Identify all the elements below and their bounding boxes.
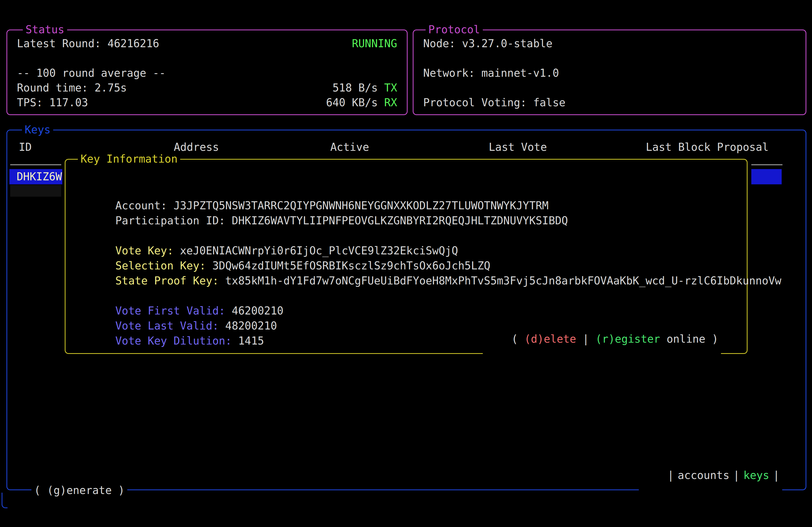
register-online-action[interactable]: (r)egister xyxy=(596,333,660,345)
column-header-active: Active xyxy=(330,139,369,154)
vote-key-dilution-label: Vote Key Dilution: xyxy=(115,335,232,347)
terminal-screen: { "status": { "title": "Status", "latest… xyxy=(0,0,812,527)
account-label: Account: xyxy=(115,199,167,212)
selection-key-label: Selection Key: xyxy=(115,259,206,272)
column-header-last-vote: Last Vote xyxy=(489,139,547,154)
tab-keys[interactable]: keys xyxy=(740,469,773,481)
actions-open-paren: ( xyxy=(511,333,518,345)
tab-divider: | xyxy=(668,469,674,481)
table-row-dimmed xyxy=(10,185,61,197)
protocol-voting-text: Protocol Voting: false xyxy=(423,95,566,110)
keys-panel-title: Keys xyxy=(22,122,53,137)
tab-divider: | xyxy=(773,469,780,481)
register-online-suffix: online xyxy=(666,333,706,345)
protocol-panel: Protocol Node: v3.27.0-stable Network: m… xyxy=(413,30,806,115)
table-row-selected[interactable]: DHKIZ6W xyxy=(10,169,62,184)
partial-border-artifact xyxy=(2,493,8,508)
vote-last-valid-value: 48200210 xyxy=(225,320,277,332)
vote-key-value: xeJ0ENIACWNrpYi0r6IjOc_PlcVCE9lZ32EkciSw… xyxy=(180,244,458,257)
status-panel: Status Latest Round: 46216216 RUNNING --… xyxy=(6,30,408,115)
tab-divider: | xyxy=(733,469,740,481)
tx-label: TX xyxy=(384,81,397,94)
tps-text: TPS: 117.03 xyxy=(17,95,88,110)
status-panel-content: Latest Round: 46216216 RUNNING -- 100 ro… xyxy=(7,30,407,110)
node-state-badge: RUNNING xyxy=(352,36,397,51)
delete-key-action[interactable]: (d)elete xyxy=(524,333,576,345)
vote-first-valid-label: Vote First Valid: xyxy=(115,304,225,317)
tab-accounts[interactable]: accounts xyxy=(674,469,733,481)
key-information-content: Account:J3JPZTQ5NSW3TARRC2QIYPGNWNH6NEYG… xyxy=(66,160,747,333)
key-actions-bar: ((d)elete|(r)egisteronline) xyxy=(483,316,721,361)
column-header-address: Address xyxy=(174,139,219,154)
column-header-id: ID xyxy=(19,139,32,154)
vote-last-valid-label: Vote Last Valid: xyxy=(115,320,219,332)
protocol-panel-content: Node: v3.27.0-stable Network: mainnet-v1… xyxy=(414,30,806,110)
round-average-header: -- 100 round average -- xyxy=(17,66,166,80)
vote-key-dilution-value: 1415 xyxy=(238,335,264,347)
rx-rate-group: 640 KB/sRX xyxy=(326,95,397,110)
node-version-text: Node: v3.27.0-stable xyxy=(423,36,553,51)
rx-rate-value: 640 KB/s xyxy=(326,96,378,109)
column-header-last-block-proposal: Last Block Proposal xyxy=(646,139,769,154)
state-proof-key-label: State Proof Key: xyxy=(115,274,219,287)
actions-close-paren: ) xyxy=(712,333,718,345)
actions-divider: | xyxy=(582,333,589,345)
generate-key-hint[interactable]: ( (g)enerate ) xyxy=(31,483,127,498)
tx-rate-group: 518 B/sTX xyxy=(332,80,397,95)
round-time-text: Round time: 2.75s xyxy=(17,80,127,95)
vote-key-label: Vote Key: xyxy=(115,244,174,257)
state-proof-key-value: tx85kM1h-dY1Fd7w7oNCgFUeUiBdFYoeH8MxPhTv… xyxy=(225,274,781,287)
key-information-modal: Key Information Account:J3JPZTQ5NSW3TARR… xyxy=(65,159,748,354)
table-row-selected-right-fragment[interactable] xyxy=(751,169,782,184)
participation-id-label: Participation ID: xyxy=(115,214,225,227)
latest-round-text: Latest Round: 46216216 xyxy=(17,36,159,51)
header-separator-right xyxy=(751,164,782,165)
rx-label: RX xyxy=(384,96,397,109)
selected-key-id: DHKIZ6W xyxy=(10,170,62,183)
view-tabs: |accounts|keys| xyxy=(639,453,782,498)
account-value: J3JPZTQ5NSW3TARRC2QIYPGNWNH6NEYGGNXXKODL… xyxy=(173,199,549,212)
tx-rate-value: 518 B/s xyxy=(332,81,378,94)
participation-id-value: DHKIZ6WAVTYLIIPNFPEOVGLKZGNBYRI2RQEQJHLT… xyxy=(232,214,568,227)
vote-first-valid-value: 46200210 xyxy=(232,304,284,317)
selection-key-value: 3DQw64zdIUMt5EfOSRBIKsczlSz9chTsOx6oJch5… xyxy=(213,259,491,272)
network-text: Network: mainnet-v1.0 xyxy=(423,66,559,80)
header-separator-left xyxy=(10,164,61,165)
